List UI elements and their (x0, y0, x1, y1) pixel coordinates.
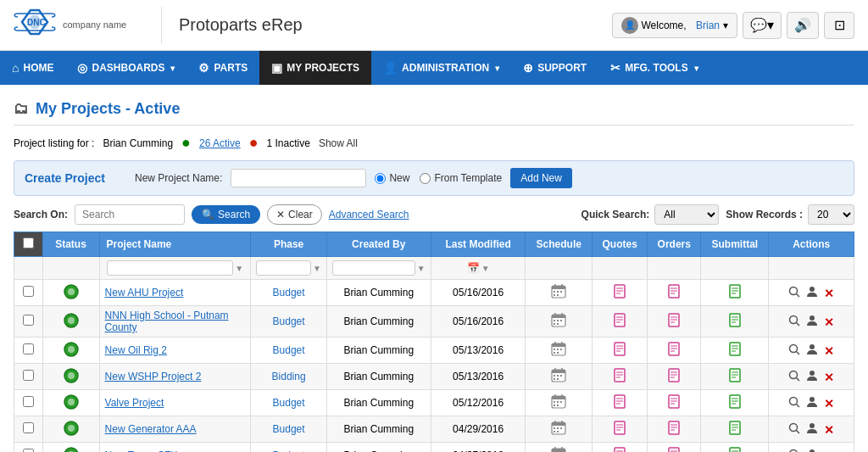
action-person-icon[interactable] (806, 422, 821, 437)
filter-name-cell: ▼ (99, 257, 251, 280)
schedule-calendar-icon[interactable] (551, 315, 566, 330)
advanced-search-link[interactable]: Advanced Search (329, 209, 409, 220)
submittal-doc-icon[interactable] (729, 315, 741, 330)
submittal-doc-icon[interactable] (729, 397, 741, 411)
orders-doc-icon[interactable] (668, 397, 680, 411)
row-status-cell (42, 280, 99, 306)
quotes-doc-icon[interactable] (614, 371, 626, 385)
search-button[interactable]: 🔍 Search (192, 205, 260, 224)
svg-rect-5 (552, 286, 565, 289)
nav-item-dashboards[interactable]: ◎ DASHBOARDS ▾ (65, 51, 186, 85)
orders-doc-icon[interactable] (668, 315, 680, 330)
project-name-link[interactable]: New AHU Project (105, 287, 184, 299)
new-radio[interactable] (375, 173, 386, 184)
project-name-link[interactable]: NNN High School - Putnam County (105, 310, 229, 333)
select-all-checkbox[interactable] (23, 237, 34, 248)
row-phase-cell: Bidding (251, 364, 326, 390)
row-actions-cell: ✕ (769, 280, 854, 306)
volume-button[interactable]: 🔊 (787, 12, 819, 39)
row-checkbox[interactable] (23, 449, 34, 452)
row-checkbox-cell (14, 306, 43, 338)
quotes-doc-icon[interactable] (614, 287, 626, 301)
orders-doc-icon[interactable] (668, 371, 680, 385)
filter-name-input[interactable] (107, 260, 233, 276)
action-search-icon[interactable] (788, 370, 804, 384)
action-delete-icon[interactable]: ✕ (824, 371, 834, 384)
search-input[interactable] (75, 204, 185, 225)
table-row: New Generator AAA Budget Brian Cumming 0… (14, 416, 854, 443)
row-checkbox[interactable] (23, 343, 34, 354)
nav-item-parts[interactable]: ⚙ PARTS (186, 51, 259, 85)
row-checkbox[interactable] (23, 396, 34, 407)
quick-search-select[interactable]: All Active Inactive (654, 204, 719, 225)
action-person-icon[interactable] (806, 343, 821, 358)
svg-rect-62 (560, 349, 562, 350)
row-checkbox[interactable] (23, 315, 34, 326)
orders-doc-icon[interactable] (668, 423, 680, 438)
filter-created-input[interactable] (332, 260, 415, 276)
quotes-doc-icon[interactable] (614, 315, 626, 330)
action-delete-icon[interactable]: ✕ (824, 449, 834, 453)
action-search-icon[interactable] (788, 315, 804, 329)
clear-button[interactable]: ✕ Clear (267, 204, 322, 225)
action-person-icon[interactable] (806, 315, 821, 329)
orders-doc-icon[interactable] (668, 287, 680, 301)
submittal-doc-icon[interactable] (729, 344, 741, 359)
row-phase-cell: Budget (251, 338, 326, 364)
nav-item-mfg-tools[interactable]: ✂ MFG. TOOLS ▾ (598, 51, 709, 85)
schedule-calendar-icon[interactable] (551, 344, 566, 359)
submittal-doc-icon[interactable] (729, 423, 741, 438)
quotes-doc-icon[interactable] (614, 423, 626, 438)
action-search-icon[interactable] (788, 396, 804, 410)
row-checkbox[interactable] (23, 286, 34, 297)
nav-item-home[interactable]: ⌂ HOME (0, 51, 65, 85)
filter-phase-input[interactable] (256, 260, 311, 276)
action-delete-icon[interactable]: ✕ (824, 423, 834, 437)
show-all-link[interactable]: Show All (319, 137, 358, 149)
action-delete-icon[interactable]: ✕ (824, 344, 834, 358)
action-search-icon[interactable] (788, 343, 804, 358)
schedule-calendar-icon[interactable] (551, 287, 566, 301)
orders-doc-icon[interactable] (668, 344, 680, 359)
action-search-icon[interactable] (788, 449, 804, 453)
project-name-link[interactable]: New Generator AAA (105, 423, 197, 435)
nav-item-support[interactable]: ⊕ SUPPORT (511, 51, 598, 85)
schedule-calendar-icon[interactable] (551, 397, 566, 411)
row-checkbox[interactable] (23, 370, 34, 381)
row-checkbox[interactable] (23, 422, 34, 433)
quotes-doc-icon[interactable] (614, 344, 626, 359)
row-submittal-cell (701, 390, 769, 416)
action-search-icon[interactable] (788, 286, 804, 300)
filter-modified-calendar-icon[interactable]: 📅 (467, 262, 480, 274)
action-person-icon[interactable] (806, 449, 821, 453)
project-name-link[interactable]: New Oil Rig 2 (105, 344, 167, 356)
new-radio-label[interactable]: New (375, 172, 409, 184)
welcome-button[interactable]: 👤 Welcome, Brian ▾ (612, 13, 738, 38)
chat-button[interactable]: 💬▾ (743, 12, 782, 39)
add-new-button[interactable]: Add New (510, 168, 572, 188)
quotes-doc-icon[interactable] (614, 397, 626, 411)
new-project-name-input[interactable] (231, 169, 366, 187)
action-delete-icon[interactable]: ✕ (824, 287, 834, 300)
from-template-radio-label[interactable]: From Template (420, 172, 502, 184)
logo-area: DNC company name (14, 7, 162, 43)
action-delete-icon[interactable]: ✕ (824, 397, 834, 410)
action-delete-icon[interactable]: ✕ (824, 315, 834, 329)
action-person-icon[interactable] (806, 396, 821, 410)
action-search-icon[interactable] (788, 422, 804, 437)
action-person-icon[interactable] (806, 286, 821, 300)
project-name-link[interactable]: Valve Project (105, 397, 164, 409)
schedule-calendar-icon[interactable] (551, 423, 566, 438)
exit-button[interactable]: ⊡ (824, 12, 854, 39)
from-template-radio[interactable] (420, 173, 431, 184)
project-name-link[interactable]: New WSHP Project 2 (105, 371, 202, 382)
submittal-doc-icon[interactable] (729, 371, 741, 385)
nav-item-my-projects[interactable]: ▣ MY PROJECTS (259, 51, 371, 85)
action-person-icon[interactable] (806, 370, 821, 384)
table-row: New AHU Project Budget Brian Cumming 05/… (14, 280, 854, 306)
nav-item-administration[interactable]: 👤 ADMINISTRATION ▾ (371, 51, 511, 85)
submittal-doc-icon[interactable] (729, 287, 741, 301)
schedule-calendar-icon[interactable] (551, 371, 566, 385)
active-count-link[interactable]: 26 Active (199, 137, 241, 149)
show-records-select[interactable]: 10 20 50 100 (808, 204, 854, 225)
